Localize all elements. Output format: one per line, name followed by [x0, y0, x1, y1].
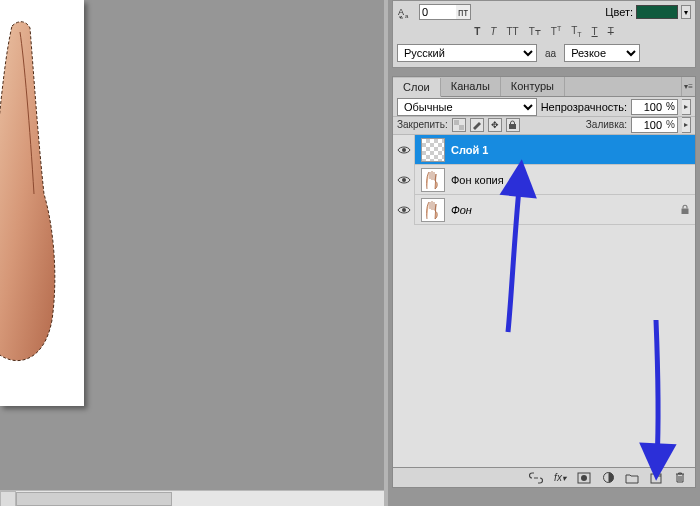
layer-row[interactable]: Слой 1 [393, 135, 695, 165]
svg-point-6 [402, 178, 406, 182]
color-label: Цвет: [605, 6, 633, 18]
type-style-row: T T TT Tᴛ TT TT T T [397, 23, 691, 39]
svg-text:A: A [398, 7, 404, 17]
visibility-toggle[interactable] [393, 165, 415, 195]
fill-label: Заливка: [586, 119, 627, 130]
tab-paths[interactable]: Контуры [501, 77, 565, 96]
eye-icon [397, 145, 411, 155]
svg-rect-3 [459, 125, 464, 130]
canvas-image-hand [0, 18, 58, 370]
opacity-input[interactable]: % [631, 99, 678, 115]
opacity-slider-toggle[interactable]: ▸ [682, 99, 691, 115]
smallcaps-button[interactable]: Tᴛ [529, 26, 541, 37]
opacity-field[interactable] [632, 100, 664, 114]
opacity-label: Непрозрачность: [541, 101, 627, 113]
delete-layer-button[interactable] [671, 470, 689, 486]
unit-label: пт [456, 7, 470, 18]
svg-rect-4 [509, 124, 516, 129]
allcaps-button[interactable]: TT [506, 26, 518, 37]
layers-panel-footer: fx▾ [393, 467, 695, 487]
fx-icon: fx▾ [554, 472, 566, 483]
layer-name-label[interactable]: Слой 1 [451, 144, 695, 156]
layers-panel: Слои Каналы Контуры ▾≡ Обычные Непрозрач… [392, 76, 696, 488]
color-dropdown[interactable]: ▾ [681, 5, 691, 19]
strikethrough-button[interactable]: T [608, 26, 614, 37]
fill-slider-toggle[interactable]: ▸ [682, 117, 691, 133]
layer-thumbnail[interactable] [421, 198, 445, 222]
svg-rect-8 [682, 209, 689, 215]
pct-label: % [664, 101, 677, 112]
adjustment-layer-button[interactable] [599, 470, 617, 486]
lock-position-button[interactable]: ✥ [488, 118, 502, 132]
fill-input[interactable]: % [631, 117, 678, 133]
character-panel: Aa пт Цвет: ▾ T T TT Tᴛ TT TT T T Русс [392, 0, 696, 68]
layer-name-label[interactable]: Фон копия [451, 174, 695, 186]
lock-all-button[interactable] [506, 118, 520, 132]
link-layers-button[interactable] [527, 470, 545, 486]
superscript-button[interactable]: TT [551, 25, 561, 37]
subscript-button[interactable]: TT [571, 25, 581, 38]
baseline-shift-field[interactable] [420, 5, 456, 19]
new-layer-icon [649, 472, 663, 484]
faux-bold-button[interactable]: T [474, 26, 480, 37]
layer-list[interactable]: Слой 1 Фон копия Фон [393, 135, 695, 467]
eye-icon [397, 175, 411, 185]
new-group-button[interactable] [623, 470, 641, 486]
layer-row[interactable]: Фон копия [393, 165, 695, 195]
antialias-select[interactable]: Резкое [564, 44, 640, 62]
layer-name-label[interactable]: Фон [451, 204, 675, 216]
trash-icon [674, 471, 686, 484]
new-layer-button[interactable] [647, 470, 665, 486]
lock-label: Закрепить: [397, 119, 448, 130]
svg-text:a: a [405, 13, 409, 19]
lock-pixels-button[interactable] [470, 118, 484, 132]
scroll-left-button[interactable] [0, 491, 16, 506]
group-icon [625, 472, 639, 484]
baseline-shift-icon: Aa [397, 4, 413, 20]
svg-rect-2 [454, 120, 459, 125]
panel-tabs: Слои Каналы Контуры ▾≡ [393, 77, 695, 97]
visibility-toggle[interactable] [393, 135, 415, 165]
canvas-area[interactable] [0, 0, 384, 506]
scroll-thumb[interactable] [16, 492, 172, 506]
tab-layers[interactable]: Слои [393, 78, 441, 97]
layer-thumbnail[interactable] [421, 138, 445, 162]
eye-icon [397, 205, 411, 215]
lock-icon [675, 204, 695, 215]
panel-menu-button[interactable]: ▾≡ [681, 77, 695, 96]
lock-transparency-button[interactable] [452, 118, 466, 132]
layer-mask-button[interactable] [575, 470, 593, 486]
language-select[interactable]: Русский [397, 44, 537, 62]
svg-point-7 [402, 208, 406, 212]
blend-mode-select[interactable]: Обычные [397, 98, 537, 116]
link-icon [529, 472, 543, 484]
antialias-label: aа [545, 48, 556, 59]
visibility-toggle[interactable] [393, 195, 415, 225]
svg-rect-12 [651, 474, 661, 483]
canvas-scrollbar-horizontal[interactable] [0, 490, 384, 506]
tab-channels[interactable]: Каналы [441, 77, 501, 96]
underline-button[interactable]: T [592, 26, 598, 37]
faux-italic-button[interactable]: T [490, 26, 496, 37]
baseline-shift-input[interactable]: пт [419, 4, 471, 20]
pct-label: % [664, 119, 677, 130]
mask-icon [577, 472, 591, 484]
layer-style-button[interactable]: fx▾ [551, 470, 569, 486]
fill-field[interactable] [632, 118, 664, 132]
svg-point-10 [581, 475, 587, 481]
text-color-swatch[interactable] [636, 5, 678, 19]
svg-point-5 [402, 148, 406, 152]
layer-row[interactable]: Фон [393, 195, 695, 225]
layer-thumbnail[interactable] [421, 168, 445, 192]
adjust-icon [602, 471, 615, 484]
canvas-document[interactable] [0, 0, 84, 406]
